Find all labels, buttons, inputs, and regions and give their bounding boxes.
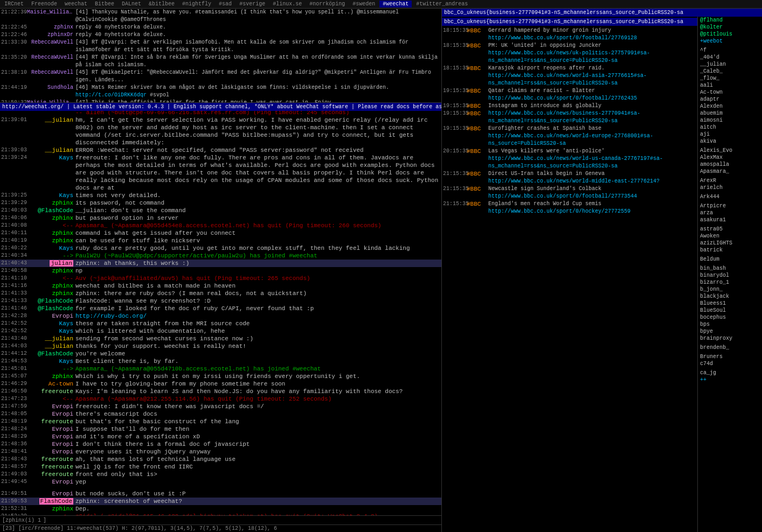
userlist-item[interactable]: astra05	[698, 226, 762, 233]
tab-Bitbee[interactable]: Bitbee	[92, 1, 117, 8]
userlist-item[interactable]: ^f	[698, 47, 762, 54]
tab-sweden[interactable]: #sweden	[349, 1, 378, 8]
userlist-item[interactable]: Artpicre	[698, 202, 762, 209]
userlist-item[interactable]: bizarro_1	[698, 279, 762, 286]
chat-message-row: 21:40:03@FlashCode__julian: don't use th…	[0, 207, 441, 214]
userlist-item[interactable]: aji	[698, 131, 762, 138]
userlist-item[interactable]: binarydol	[698, 272, 762, 279]
userlist-item[interactable]: _Caleb_	[698, 68, 762, 75]
userlist-item[interactable]: aali	[698, 82, 762, 89]
tab-sad[interactable]: #sad	[216, 1, 235, 8]
userlist-item[interactable]: Beldum	[698, 256, 762, 263]
chat-message-row: 21:46:50freerouteKays: I'm leaning to le…	[0, 388, 441, 395]
status-bar: [23] [irc/Freenode] 11:#weechat(537) H: …	[0, 524, 441, 532]
userlist-item[interactable]: _flow_	[698, 75, 762, 82]
userlist-item[interactable]: b_jonn_	[698, 286, 762, 293]
chat-message-row: 21:41:46@FlashCodefor example I looked f…	[0, 305, 441, 312]
userlist-item[interactable]: abuemim	[698, 110, 762, 117]
server-message-row: 21:22:39Maisie_Williams[41] Thankyou Nat…	[0, 9, 441, 24]
tab-weechat[interactable]: #weechat	[379, 1, 412, 8]
tab-bitlbee[interactable]: &bitlbee	[146, 1, 178, 8]
userlist-item[interactable]: BlueSoul	[698, 307, 762, 314]
tab-linux.se[interactable]: #linux.se	[269, 1, 305, 8]
userlist-item[interactable]: @ptitlouis	[698, 31, 762, 38]
userlist-item[interactable]: @flhand	[698, 17, 762, 24]
tab-weechat[interactable]: weechat	[61, 1, 91, 8]
userlist-item[interactable]: batrick	[698, 247, 762, 254]
userlist-item[interactable]: Alexis_Evo	[698, 147, 762, 154]
userlist-item[interactable]: Blueess1	[698, 300, 762, 307]
userlist-item[interactable]: aimosni	[698, 117, 762, 124]
tab-nightfly[interactable]: #nightfly	[179, 1, 214, 8]
chat-message-row: 21:42:52Kayswhich is littered with docum…	[0, 327, 441, 335]
chat-message-row: 21:41:33@FlashCodeFlashCode: wanna see m…	[0, 297, 441, 305]
tab-norrköping[interactable]: #norrköping	[306, 1, 348, 8]
chat-message-row: 21:48:41Evropieveryone uses it through j…	[0, 448, 441, 456]
userlist-item[interactable]: @kolter	[698, 24, 762, 31]
userlist-item[interactable]: _404'd	[698, 54, 762, 61]
chat-message-row: 21:45:07zphinxWhich is why i try to push…	[0, 373, 441, 380]
userlist-item[interactable]: azizLIGHTS	[698, 240, 762, 247]
chat-message-row: 21:39:24Kaysfreeroute: I don't like any …	[0, 154, 441, 192]
chat-message-row: 21:41:16zphinxweechat and bitlbee is a m…	[0, 282, 441, 290]
chat-message-row: 21:45:01-->Apasmara_ (~Apasmara@055d4710…	[0, 365, 441, 373]
userlist-item[interactable]: amospalla	[698, 161, 762, 168]
userlist-item[interactable]: ca_jg	[698, 369, 762, 376]
userlist-item[interactable]: arielch	[698, 184, 762, 191]
userlist-item[interactable]: brendenb_	[698, 344, 762, 351]
tab-Freenode[interactable]: Freenode	[28, 1, 60, 8]
chat-message-row: 21:40:22Kaysruby docs are pretty good, u…	[0, 244, 441, 252]
userlist-item[interactable]: blackjack	[698, 293, 762, 300]
userlist-item[interactable]: +weebot	[698, 38, 762, 45]
userlist-item[interactable]: Bruners	[698, 353, 762, 360]
chat-message-row: 21:40:08<--Apasmara_ (~Apasmara@055d454e…	[0, 222, 441, 229]
chat-input[interactable]	[49, 517, 439, 523]
chat-message-row: -- allen (~butt@cpe-69-69-66-216.satx.re…	[0, 111, 441, 116]
chat-message-row: 21:40:43julianzphinx: ah thanks, this wo…	[0, 260, 441, 267]
tab-bar: IRCnetFreenodeweechatBitbeeDALnet&bitlbe…	[0, 0, 762, 9]
userlist-item[interactable]: __julian	[698, 61, 762, 68]
userlist-item[interactable]: Alexden	[698, 103, 762, 110]
userlist-item[interactable]: brainproxy	[698, 335, 762, 342]
userlist-item[interactable]: ++	[698, 376, 762, 383]
chat-message-row: 21:40:06zphinxbut password option in ser…	[0, 214, 441, 222]
chat-message-row: 21:47:23<--Apasmara (~Apasmara@212.255.1…	[0, 395, 441, 403]
tab-DALnet[interactable]: DALnet	[119, 1, 144, 8]
bbc-message-row: 18:15:35#BBCPM: UK 'united' in opposing …	[442, 42, 697, 65]
chat-message-row: 21:48:05Evropithere's ecmascript docs	[0, 410, 441, 418]
userlist-item[interactable]: bpye	[698, 328, 762, 335]
server-message-row: 21:22:46zphinxDrreply 40 nyhetstorka del…	[0, 31, 441, 39]
userlist-item[interactable]: adaptr	[698, 96, 762, 103]
userlist-item[interactable]: Ac-town	[698, 89, 762, 96]
userlist-item[interactable]: aitch	[698, 124, 762, 131]
userlist-panel: @flhand@kolter@ptitlouis+weebot^f_404'd_…	[697, 17, 762, 532]
bbc-message-row: 21:15:35#BBCDirect US-Iran talks begin i…	[442, 170, 697, 185]
userlist-item[interactable]: arza	[698, 209, 762, 216]
chat-message-row: 21:43:40__juliansending from second weec…	[0, 335, 441, 342]
bbc-message-row: 18:15:35#BBCKarasjok airport reopens aft…	[442, 65, 697, 87]
chat-message-row: 21:50:53FlashCodezphinx: screenshot of w…	[0, 498, 441, 505]
chat-message-row: 21:41:33zphinxzphinx: there are ruby doc…	[0, 290, 441, 297]
chat-message-row: 21:44:53KaysBest client there is, by far…	[0, 358, 441, 365]
userlist-item[interactable]: bps	[698, 321, 762, 328]
tab-IRCnet[interactable]: IRCnet	[1, 1, 27, 8]
chat-message-row: 21:49:51Evropibut node sucks, don't use …	[0, 490, 441, 498]
userlist-item[interactable]: bin_bash	[698, 265, 762, 272]
chat-message-row: 21:40:34-->PaulW2U (~PaulW2U@pdpc/suppor…	[0, 252, 441, 260]
userlist-item[interactable]: bocephus	[698, 314, 762, 321]
chat-message-row: 21:39:03__julianERROR :WeeChat: server n…	[0, 146, 441, 154]
userlist-item[interactable]: Apasmara_	[698, 168, 762, 175]
userlist-item[interactable]: Awoken	[698, 233, 762, 240]
userlist-item[interactable]: akiva	[698, 138, 762, 145]
chat-message-row: 21:52:31zphinxDep.	[0, 505, 441, 513]
userlist-item[interactable]: c74d	[698, 360, 762, 367]
userlist-item[interactable]: ArexR	[698, 177, 762, 184]
userlist-item[interactable]: Ark444	[698, 193, 762, 200]
chat-message-row: 21:46:29Ac-townI have to try gloving-bea…	[0, 380, 441, 388]
server-message-row: 21:33:30RebeccaWUvell[43] RT @Ivarpi: De…	[0, 39, 441, 54]
bbc-message-row: 21:15:35#BBCEngland's men reach World Cu…	[442, 200, 697, 215]
tab-twitter_andreas[interactable]: #twitter_andreas	[413, 1, 471, 8]
userlist-item[interactable]: AlexMax	[698, 154, 762, 161]
tab-sverige[interactable]: #sverige	[236, 1, 268, 8]
userlist-item[interactable]: asakura1	[698, 216, 762, 223]
